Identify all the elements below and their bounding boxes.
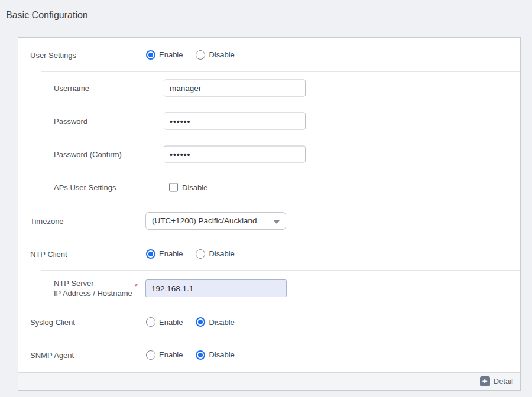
syslog-client-disable-radio[interactable] [196, 317, 205, 327]
row-username: Username [18, 71, 520, 105]
snmp-agent-radio-group: Enable Disable [146, 350, 235, 360]
row-ntp-client: NTP Client Enable Disable [18, 237, 520, 270]
row-aps-user-settings: APs User Settings Disable [18, 171, 520, 204]
page: Basic Configuration User Settings Enable… [0, 0, 532, 391]
required-asterisk: * [135, 281, 138, 291]
password-confirm-input[interactable] [164, 146, 306, 163]
ntp-client-radio-group: Enable Disable [146, 249, 235, 259]
page-title: Basic Configuration [0, 0, 532, 21]
snmp-agent-disable-label[interactable]: Disable [209, 350, 234, 359]
row-snmp-agent: SNMP Agent Enable Disable [18, 337, 520, 372]
syslog-client-enable-radio[interactable] [146, 317, 155, 327]
password-label: Password [54, 117, 87, 126]
ntp-server-label: NTP Server IP Address / Hostname * [54, 278, 138, 298]
detail-link[interactable]: Detail [494, 377, 513, 386]
ntp-server-input[interactable] [145, 279, 287, 297]
row-password: Password [18, 105, 520, 138]
password-confirm-label: Password (Confirm) [54, 150, 122, 159]
panel-footer: + Detail [18, 372, 520, 390]
username-label: Username [54, 84, 89, 93]
snmp-agent-label: SNMP Agent [30, 350, 74, 359]
user-settings-disable-radio[interactable] [196, 50, 205, 60]
aps-disable-checkbox-label[interactable]: Disable [182, 183, 207, 192]
user-settings-enable-label[interactable]: Enable [159, 50, 183, 59]
ntp-client-enable-label[interactable]: Enable [159, 249, 183, 258]
ntp-client-disable-radio[interactable] [196, 249, 205, 259]
snmp-agent-enable-radio[interactable] [146, 350, 155, 360]
timezone-label: Timezone [30, 216, 64, 225]
syslog-client-enable-label[interactable]: Enable [159, 318, 183, 327]
user-settings-enable-radio[interactable] [146, 50, 155, 60]
title-divider [6, 27, 525, 27]
ntp-server-label-lines: NTP Server IP Address / Hostname [54, 278, 132, 298]
timezone-selected-value: (UTC+1200) Pacific/Auckland [152, 216, 270, 225]
basic-configuration-panel: User Settings Enable Disable Username Pa… [18, 37, 521, 391]
syslog-client-radio-group: Enable Disable [146, 317, 235, 327]
snmp-agent-disable-radio[interactable] [196, 350, 205, 360]
ntp-client-disable-label[interactable]: Disable [209, 249, 234, 258]
chevron-down-icon [274, 216, 280, 226]
row-ntp-server: NTP Server IP Address / Hostname * [18, 270, 520, 307]
row-timezone: Timezone (UTC+1200) Pacific/Auckland [18, 204, 520, 237]
row-syslog-client: Syslog Client Enable Disable [18, 307, 520, 337]
snmp-agent-enable-label[interactable]: Enable [159, 350, 183, 359]
ntp-client-enable-radio[interactable] [146, 249, 155, 259]
user-settings-radio-group: Enable Disable [146, 50, 235, 60]
aps-user-settings-checkbox-group: Disable [169, 183, 207, 192]
aps-user-settings-label: APs User Settings [54, 183, 116, 192]
timezone-select[interactable]: (UTC+1200) Pacific/Auckland [145, 212, 286, 230]
aps-disable-checkbox[interactable] [169, 183, 178, 192]
user-settings-label: User Settings [30, 50, 76, 59]
user-settings-disable-label[interactable]: Disable [209, 50, 234, 59]
plus-icon[interactable]: + [480, 376, 490, 386]
password-input[interactable] [164, 113, 306, 130]
row-user-settings: User Settings Enable Disable [18, 38, 520, 71]
username-input[interactable] [164, 80, 306, 97]
row-password-confirm: Password (Confirm) [18, 138, 520, 171]
syslog-client-label: Syslog Client [30, 318, 75, 327]
ntp-client-label: NTP Client [30, 249, 67, 258]
syslog-client-disable-label[interactable]: Disable [209, 318, 234, 327]
